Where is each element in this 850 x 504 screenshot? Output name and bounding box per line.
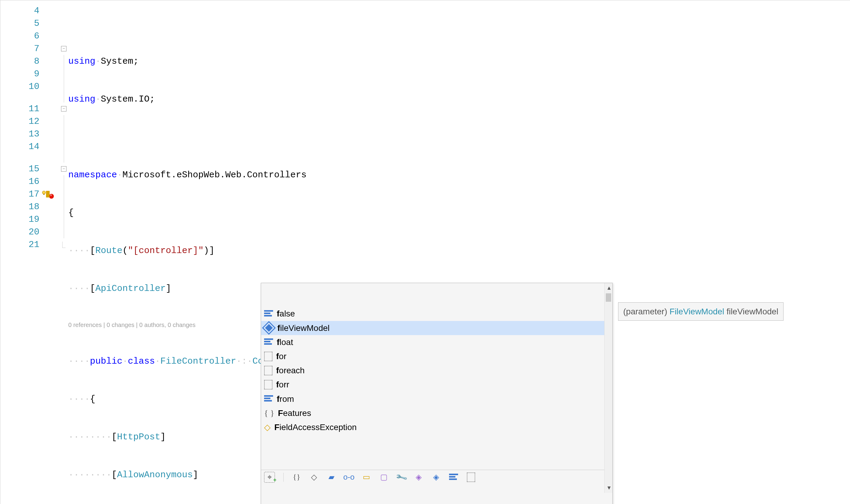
code-line[interactable]: namespace·Microsoft.eShopWeb.Web.Control… xyxy=(68,168,850,181)
line-number: 7 xyxy=(0,42,39,55)
completion-list[interactable]: falsefileViewModelfloatforforeachforrfro… xyxy=(261,307,612,434)
error-icon[interactable] xyxy=(49,194,54,199)
code-area[interactable]: using·System; using·System.IO; namespace… xyxy=(68,0,850,504)
completion-label: FieldAccessException xyxy=(274,421,357,433)
completion-item[interactable]: forr xyxy=(261,377,612,392)
properties-filter-icon[interactable]: ◈ xyxy=(414,473,423,482)
line-number: 4 xyxy=(0,4,39,17)
namespace-icon: { } xyxy=(264,407,274,419)
completion-label: from xyxy=(277,393,294,405)
keyword-icon xyxy=(264,338,273,346)
completion-label: float xyxy=(277,336,293,348)
intellisense-popup[interactable]: falsefileViewModelfloatforforeachforrfro… xyxy=(261,283,613,504)
line-number: 19 xyxy=(0,213,39,226)
line-number: 10 xyxy=(0,80,39,93)
fold-toggle[interactable]: − xyxy=(61,166,67,172)
line-number: 18 xyxy=(0,200,39,213)
keyword-icon xyxy=(264,310,273,317)
parameter-info-tooltip: (parameter) FileViewModel fileViewModel xyxy=(618,302,783,321)
snippet-icon xyxy=(264,366,273,375)
completion-item[interactable]: fileViewModel xyxy=(261,321,612,335)
packages-filter-icon[interactable]: ▢ xyxy=(379,473,388,482)
line-number: 12 xyxy=(0,115,39,128)
completion-label: fileViewModel xyxy=(277,322,330,334)
completion-item[interactable]: { }Features xyxy=(261,406,612,420)
line-number: 6 xyxy=(0,30,39,42)
line-number: 15 xyxy=(0,163,39,175)
completion-item[interactable]: foreach xyxy=(261,363,612,377)
line-number-gutter: 4 5 6 7 8 9 10 11 12 13 14 15 16 17 18 1… xyxy=(0,0,45,504)
line-number: 14 xyxy=(0,140,39,153)
line-number: 11 xyxy=(0,103,39,115)
line-number: 5 xyxy=(0,17,39,30)
completion-label: for xyxy=(276,350,287,362)
completion-label: Features xyxy=(278,407,311,419)
code-line[interactable]: using·System; xyxy=(68,55,850,68)
completion-scrollbar[interactable]: ▲ ▼ xyxy=(604,283,612,493)
namespaces-filter-icon[interactable]: {} xyxy=(292,473,301,482)
keyword-icon xyxy=(264,395,273,402)
fold-toggle[interactable]: − xyxy=(61,106,67,111)
scroll-up-icon[interactable]: ▲ xyxy=(606,284,612,292)
line-number: 17 xyxy=(0,188,39,200)
code-line[interactable]: { xyxy=(68,206,850,219)
completion-item[interactable]: from xyxy=(261,392,612,406)
indicator-margin xyxy=(45,0,59,504)
completion-label: forr xyxy=(276,379,289,391)
line-number: 13 xyxy=(0,128,39,140)
parameter-icon xyxy=(262,321,276,335)
line-number: 20 xyxy=(0,226,39,238)
line-number: 21 xyxy=(0,238,39,251)
completion-item[interactable]: ◇FieldAccessException xyxy=(261,420,612,434)
code-line[interactable] xyxy=(68,131,850,143)
add-filter-icon[interactable]: ⌖+ xyxy=(264,472,275,483)
change-marker-icon xyxy=(46,191,50,197)
line-number: 16 xyxy=(0,175,39,188)
enums-filter-icon[interactable]: ▭ xyxy=(362,473,371,482)
code-folding-column[interactable]: − − − xyxy=(59,0,68,504)
svg-rect-1 xyxy=(43,194,45,195)
methods-filter-icon[interactable]: 🔧 xyxy=(395,471,407,483)
line-17-indicators[interactable] xyxy=(45,188,59,200)
interfaces-filter-icon[interactable]: o-o xyxy=(344,473,353,482)
classes-filter-icon[interactable]: ◇ xyxy=(310,473,318,482)
snippets-filter-icon[interactable] xyxy=(467,473,475,482)
snippet-icon xyxy=(264,380,273,390)
completion-label: false xyxy=(277,308,295,320)
code-editor[interactable]: 4 5 6 7 8 9 10 11 12 13 14 15 16 17 18 1… xyxy=(0,0,850,504)
class-icon: ◇ xyxy=(264,421,271,433)
params-filter-icon[interactable]: ◈ xyxy=(432,473,441,482)
completion-item[interactable]: float xyxy=(261,335,612,349)
completion-item[interactable]: false xyxy=(261,307,612,321)
code-line[interactable]: using·System.IO; xyxy=(68,93,850,106)
line-number: 9 xyxy=(0,68,39,80)
structs-filter-icon[interactable]: ▰ xyxy=(327,473,336,482)
scroll-down-icon[interactable]: ▼ xyxy=(606,484,612,492)
scroll-thumb[interactable] xyxy=(606,293,611,302)
line-number: 8 xyxy=(0,55,39,68)
completion-label: foreach xyxy=(276,364,305,376)
svg-point-0 xyxy=(42,191,46,194)
keywords-filter-icon[interactable] xyxy=(449,473,458,482)
snippet-icon xyxy=(264,352,273,361)
completion-filter-bar[interactable]: ⌖+ {} ◇ ▰ o-o ▭ ▢ 🔧 ◈ ◈ xyxy=(261,470,612,484)
code-line[interactable]: ····[Route("[controller]")] xyxy=(68,244,850,257)
fold-toggle[interactable]: − xyxy=(61,46,67,51)
completion-item[interactable]: for xyxy=(261,349,612,363)
